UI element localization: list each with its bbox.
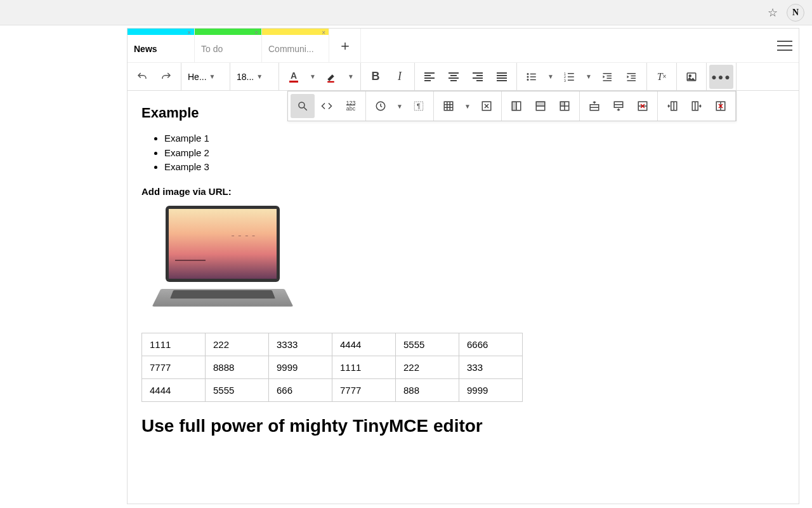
bookmark-star-icon[interactable]: ☆ — [768, 6, 778, 20]
browser-chrome-bar: ☆ N — [0, 0, 812, 25]
extension-badge[interactable]: N — [787, 4, 804, 22]
extension-letter: N — [792, 8, 799, 18]
